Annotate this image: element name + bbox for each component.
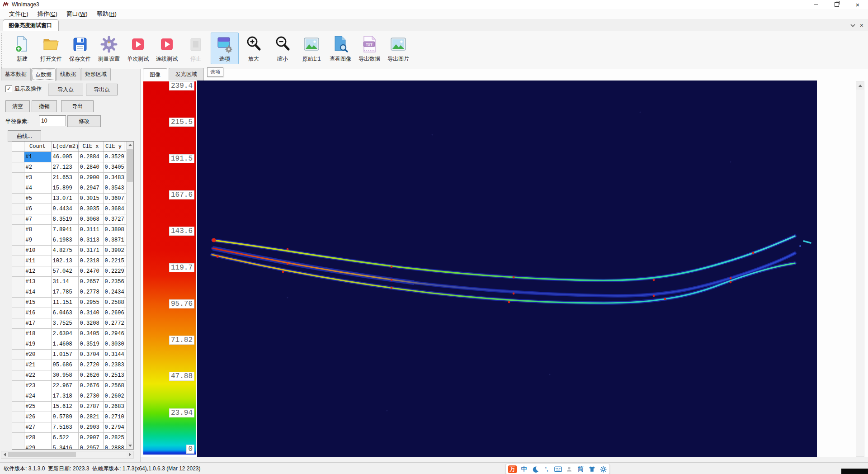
table-row[interactable]: #11102.130.23180.2215: xyxy=(12,256,127,266)
table-row[interactable]: #104.82750.31710.3902: xyxy=(12,246,127,256)
clear-button[interactable]: 清空 xyxy=(5,100,30,112)
tab-rect-region[interactable]: 矩形区域 xyxy=(81,68,111,81)
display-operate-checkbox[interactable]: ✓ xyxy=(5,85,12,92)
ime-moon-icon[interactable] xyxy=(531,465,539,473)
measurement-image[interactable] xyxy=(197,81,817,457)
table-row[interactable]: #2195.6860.27200.2383: xyxy=(12,360,127,370)
table-row[interactable]: #2417.3180.27300.2602: xyxy=(12,391,127,402)
tab-basic-data[interactable]: 基本数据 xyxy=(1,68,31,81)
table-row[interactable]: #1331.140.26570.2356: xyxy=(12,277,127,287)
toolbar-button-zoom-out[interactable]: 缩小 xyxy=(269,33,297,64)
menu-item-operate[interactable]: 操作(C) xyxy=(33,9,62,19)
table-row[interactable]: #277.51630.29030.2794: xyxy=(12,422,127,433)
menu-item-help[interactable]: 帮助(H) xyxy=(92,9,121,19)
table-row[interactable]: #321.6530.29000.3483: xyxy=(12,173,127,183)
scroll-up-button[interactable] xyxy=(127,142,133,148)
tab-line-data[interactable]: 线数据 xyxy=(56,68,80,81)
toolbar-button-measure-settings[interactable]: 测量设置 xyxy=(95,33,123,64)
scroll-left-button[interactable] xyxy=(1,451,8,458)
table-row[interactable]: #2322.9670.26760.2568: xyxy=(12,381,127,391)
toolbar-button-options[interactable]: 选项 xyxy=(211,33,239,64)
ime-toolbar[interactable]: 万 中 ’, 简 xyxy=(505,464,610,474)
modify-button[interactable]: 修改 xyxy=(67,115,101,127)
table-row[interactable]: #286.5220.29070.2825: xyxy=(12,433,127,443)
toolbar-button-save[interactable]: 保存文件 xyxy=(66,33,94,64)
ime-account-icon[interactable] xyxy=(565,465,573,473)
export-points-button[interactable]: 导出点 xyxy=(86,84,118,95)
undo-button[interactable]: 撤销 xyxy=(32,100,57,112)
table-row[interactable]: #69.44340.30350.3684: xyxy=(12,204,127,214)
toolbar-button-original-scale[interactable]: 原始1:1 xyxy=(297,33,326,64)
toolbar-button-export-data[interactable]: TXT 导出数据 xyxy=(355,33,383,64)
restore-button[interactable] xyxy=(826,0,847,9)
menu-item-file[interactable]: 文件(F) xyxy=(5,9,33,19)
curve-button[interactable]: 曲线... xyxy=(8,130,41,142)
column-header-count[interactable]: Count xyxy=(24,142,51,152)
menu-item-window[interactable]: 窗口(W) xyxy=(62,9,92,19)
ime-keyboard-icon[interactable] xyxy=(554,465,562,473)
tab-list-chevron-icon[interactable] xyxy=(850,24,855,27)
table-row[interactable]: #191.46080.35190.3030: xyxy=(12,339,127,350)
toolbar-button-new[interactable]: 新建 xyxy=(8,33,36,64)
tab-luminous-region[interactable]: 发光区域 xyxy=(169,68,204,81)
toolbar-button-open[interactable]: 打开文件 xyxy=(37,33,65,64)
table-row[interactable]: #269.57890.28210.2710: xyxy=(12,412,127,422)
table-row[interactable]: #513.0710.30150.3607: xyxy=(12,194,127,204)
scroll-up-button[interactable] xyxy=(856,82,864,90)
panel-horizontal-scrollbar[interactable] xyxy=(1,451,134,459)
scroll-right-button[interactable] xyxy=(127,451,133,458)
tab-image-luminance-test[interactable]: 图像亮度测试窗口 xyxy=(3,19,59,31)
table-row[interactable]: #173.75250.32080.2772: xyxy=(12,318,127,329)
table-row[interactable]: #182.63040.34050.2946: xyxy=(12,329,127,339)
table-row[interactable]: #295.34160.29570.2888: xyxy=(12,443,127,450)
table-row[interactable]: #1511.1510.29550.2588: xyxy=(12,298,127,308)
ime-punctuation-icon[interactable]: ’, xyxy=(542,465,551,473)
sogou-logo-icon[interactable]: 万 xyxy=(508,465,517,473)
close-icon: × xyxy=(856,1,860,8)
table-row[interactable]: #78.35190.30680.3727: xyxy=(12,214,127,225)
ime-skin-icon[interactable] xyxy=(588,465,596,473)
column-header-luminance[interactable]: L(cd/m2) xyxy=(51,142,78,152)
scrollbar-thumb[interactable] xyxy=(8,452,76,457)
table-row[interactable]: #2230.9580.26260.2513: xyxy=(12,370,127,381)
curve-line-3 xyxy=(212,255,795,303)
close-button[interactable]: × xyxy=(847,0,868,9)
table-row[interactable]: #2515.6120.27870.2683: xyxy=(12,402,127,412)
toolbar-button-label: 测量设置 xyxy=(98,55,120,63)
table-row[interactable]: #96.19830.31130.3871: xyxy=(12,235,127,246)
image-vertical-scrollbar[interactable] xyxy=(856,81,864,457)
toolbar-button-export-image[interactable]: 导出图片 xyxy=(384,33,412,64)
ime-settings-gear-icon[interactable] xyxy=(599,465,607,473)
import-points-button[interactable]: 导入点 xyxy=(48,84,83,95)
table-row[interactable]: #1257.0420.24700.2229: xyxy=(12,266,127,277)
table-vertical-scrollbar[interactable] xyxy=(126,142,133,449)
toolbar-button-continuous-test[interactable]: 连续测试 xyxy=(153,33,181,64)
ime-language-icon[interactable]: 中 xyxy=(520,465,528,473)
column-header-cie-y[interactable]: CIE y xyxy=(103,142,124,152)
table-row[interactable]: #201.01570.37040.3144: xyxy=(12,350,127,360)
table-row[interactable]: #166.04630.31400.2696: xyxy=(12,308,127,318)
minimize-button[interactable] xyxy=(806,0,826,9)
toolbar-button-zoom-in[interactable]: 放大 xyxy=(240,33,268,64)
tab-close-icon[interactable]: × xyxy=(860,22,863,29)
radius-input[interactable] xyxy=(39,115,66,126)
ime-simplified-icon[interactable]: 简 xyxy=(576,465,585,473)
toolbar-gripper[interactable] xyxy=(1,33,6,68)
scroll-down-button[interactable] xyxy=(127,442,133,449)
table-row[interactable]: #87.89410.31110.3808: xyxy=(12,225,127,235)
toolbar-button-single-test[interactable]: 单次测试 xyxy=(124,33,152,64)
table-row[interactable]: #227.1230.28400.3405: xyxy=(12,162,127,173)
table-row[interactable]: #146.0050.28840.3529: xyxy=(12,152,127,162)
zoom-out-icon xyxy=(274,34,291,54)
tab-point-data[interactable]: 点数据 xyxy=(31,68,56,81)
table-row[interactable]: #415.8990.29470.3543: xyxy=(12,183,127,194)
toolbar-button-label: 导出数据 xyxy=(359,55,380,63)
column-header-cie-x[interactable]: CIE x xyxy=(78,142,103,152)
table-row[interactable]: #1417.7850.27780.2434: xyxy=(12,287,127,298)
toolbar-button-label: 新建 xyxy=(17,55,28,63)
export-button[interactable]: 导出 xyxy=(61,100,94,112)
toolbar-button-view-image[interactable]: 查看图像 xyxy=(326,33,354,64)
window-title: WinImage3 xyxy=(12,1,39,8)
tab-image[interactable]: 图像 xyxy=(143,68,167,81)
scrollbar-thumb[interactable] xyxy=(127,149,133,182)
